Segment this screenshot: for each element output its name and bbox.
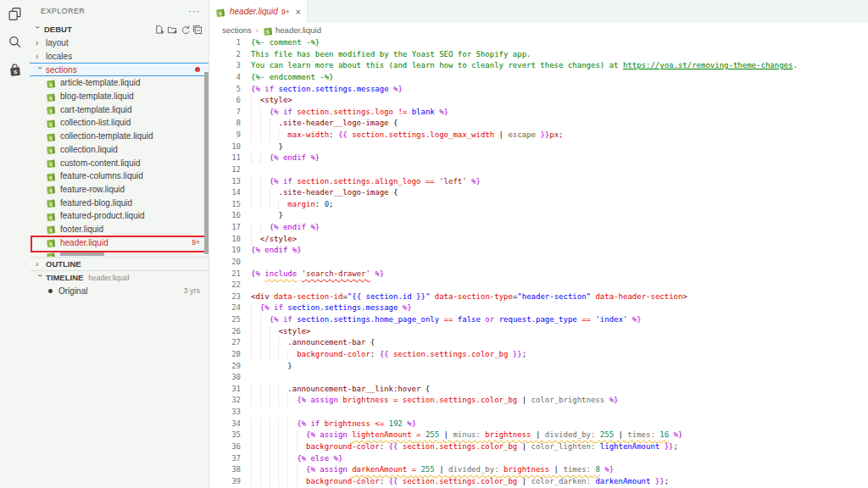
refresh-icon — [180, 25, 190, 35]
editor-group: s header.liquid 9+ × sections › s header… — [209, 0, 868, 488]
close-tab-button[interactable]: × — [296, 7, 301, 17]
breadcrumb-file[interactable]: header.liquid — [275, 25, 321, 35]
tree-item-label: article-template.liquid — [60, 78, 141, 87]
tree-item-feature-columns.liquid[interactable]: s feature-columns.liquid — [30, 169, 209, 183]
code-token: lightenAmount — [600, 442, 659, 451]
code-token: {{ — [338, 130, 352, 139]
line-number: 11 — [209, 152, 241, 164]
indent-guide — [270, 326, 279, 338]
line-number: 5 — [209, 84, 241, 96]
timeline-panel-header[interactable]: › TIMELINE header.liquid — [30, 270, 209, 284]
chevron-icon: › — [36, 38, 44, 47]
code-line: 13 {% if section.settings.align_logo == … — [209, 176, 868, 188]
code-token: %} — [604, 396, 618, 404]
collapse-folders-button[interactable] — [191, 24, 203, 36]
code-token: != — [398, 108, 407, 116]
code-line: 27 .announcement-bar { — [209, 337, 868, 349]
indent-guide — [297, 441, 306, 453]
problems-badge: 9+ — [192, 238, 200, 247]
breadcrumb-folder[interactable]: sections — [222, 25, 252, 35]
tree-item-collection-template.liquid[interactable]: s collection-template.liquid — [30, 130, 209, 143]
workspace-section-header[interactable]: › DEBUT — [30, 22, 209, 36]
code-line: 12 — [209, 164, 868, 176]
indent-guide — [270, 441, 279, 453]
line-number: 32 — [209, 395, 241, 407]
more-actions-button[interactable]: ··· — [188, 6, 200, 16]
tree-item-cart-template.liquid[interactable]: s cart-template.liquid — [30, 103, 209, 116]
line-number: 28 — [209, 349, 241, 361]
code-line-content: .site-header__logo-image { — [241, 187, 398, 199]
code-token: | — [517, 442, 531, 451]
new-folder-button[interactable] — [165, 24, 178, 36]
sidebar-scrollbar[interactable] — [204, 72, 209, 254]
code-line-content — [241, 257, 251, 269]
code-token: or — [481, 315, 499, 324]
timeline-entry[interactable]: Original 3 yrs — [30, 284, 209, 297]
code-line: 9 max-width: {{ section.settings.logo_ma… — [209, 130, 868, 141]
code-token: section.settings.home_page_only — [297, 315, 439, 324]
breadcrumb-separator: › — [256, 25, 259, 35]
code-token: | — [435, 465, 448, 474]
explorer-view-button[interactable] — [0, 0, 30, 28]
indent-guide — [287, 430, 297, 441]
code-line-content: {% if section.settings.align_logo == 'le… — [241, 176, 481, 188]
line-number: 3 — [209, 60, 241, 72]
timeline-entry-label: Original — [58, 286, 87, 296]
tree-item-label: featured-blog.liquid — [60, 198, 132, 208]
tree-item-featured-product.liquid[interactable]: s featured-product.liquid — [30, 209, 209, 223]
tree-item-footer.liquid[interactable]: s footer.liquid — [30, 223, 209, 236]
tree-item-sections[interactable]: › sections — [30, 63, 209, 76]
code-token: {% if — [270, 177, 298, 186]
code-line: 32 {% assign brightness = section.settin… — [209, 395, 868, 407]
code-line: 21 {% include 'search-drawer' %} — [209, 269, 868, 280]
code-line: 4 {%- endcomment -%} — [209, 72, 868, 84]
indent-guide — [278, 464, 287, 476]
line-number: 39 — [209, 476, 241, 488]
tree-item-article-template.liquid[interactable]: s article-template.liquid — [30, 76, 209, 90]
code-token: : — [315, 200, 325, 208]
shopify-view-button[interactable]: s — [0, 56, 30, 84]
tree-item-custom-content.liquid[interactable]: s custom-content.liquid — [30, 156, 209, 169]
refresh-button[interactable] — [178, 24, 191, 36]
code-token: <style> — [278, 327, 310, 336]
code-token: | — [549, 465, 563, 474]
tab-header-liquid[interactable]: s header.liquid 9+ × — [209, 0, 308, 23]
tree-item-blog-template.liquid[interactable]: s blog-template.liquid — [30, 90, 209, 103]
search-icon — [8, 35, 22, 49]
line-number: 17 — [209, 222, 241, 234]
code-token: </style> — [260, 235, 297, 243]
liquid-file-icon: s — [215, 7, 225, 17]
code-line: 18 </style> — [209, 234, 868, 246]
code-line-content: background-color: {{ section.settings.co… — [241, 476, 669, 488]
code-area[interactable]: 1 {%- comment -%} 2 This file has been m… — [209, 37, 868, 488]
outline-panel-header[interactable]: › OUTLINE — [30, 257, 209, 270]
code-token: 255 — [420, 465, 434, 474]
code-token: times: — [627, 430, 655, 439]
search-view-button[interactable] — [0, 28, 30, 56]
tree-item-clipped[interactable]: s — [30, 249, 209, 257]
code-token: {% assign — [297, 396, 342, 404]
indent-guide — [278, 419, 287, 430]
tree-item-feature-row.liquid[interactable]: s feature-row.liquid — [30, 183, 209, 197]
tab-problems-badge: 9+ — [281, 8, 290, 16]
line-number: 33 — [209, 407, 241, 419]
indent-guide — [270, 199, 279, 211]
tree-item-layout[interactable]: › layout — [30, 36, 209, 50]
chevron-right-icon: › — [36, 259, 44, 269]
code-token: {% if — [297, 419, 325, 428]
code-line: 2 This file has been modified by the Yoa… — [209, 49, 868, 61]
code-token: color_darken: — [531, 477, 591, 485]
tree-item-locales[interactable]: › locales — [30, 50, 209, 64]
indent-guide — [251, 95, 260, 107]
code-line: 15 margin: 0; — [209, 199, 868, 211]
new-file-button[interactable] — [153, 24, 165, 36]
code-token: .site-header__logo-image — [278, 188, 388, 197]
tree-item-collection.liquid[interactable]: s collection.liquid — [30, 143, 209, 157]
tree-item-header.liquid[interactable]: s header.liquid 9+ — [30, 236, 209, 249]
indent-guide — [287, 349, 297, 361]
line-number: 27 — [209, 337, 241, 349]
indent-guide — [270, 187, 279, 199]
tree-item-featured-blog.liquid[interactable]: s featured-blog.liquid — [30, 196, 209, 209]
tree-item-collection-list.liquid[interactable]: s collection-list.liquid — [30, 116, 209, 130]
code-token: You can learn more about this (and learn… — [251, 61, 623, 69]
